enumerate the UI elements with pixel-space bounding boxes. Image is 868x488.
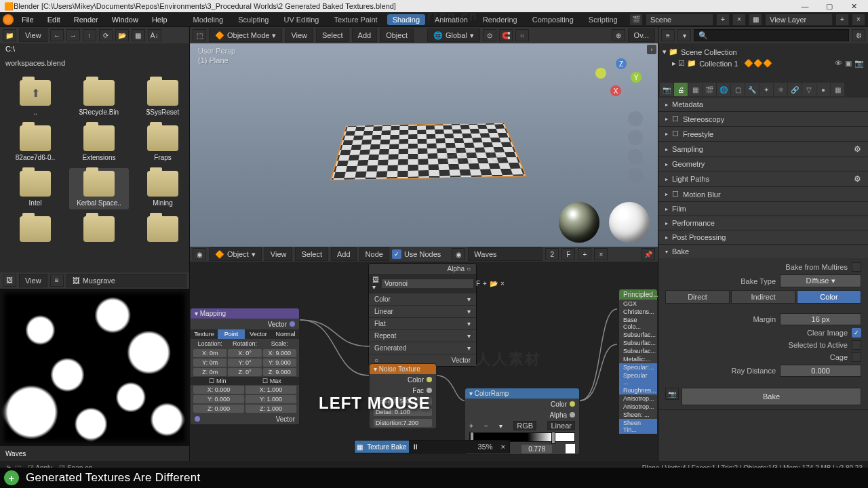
prop-tab-world[interactable]: 🌐 xyxy=(717,83,730,96)
image-texture-popup[interactable]: Alpha ○ 🖼▾ F + 📂 × Color▾ Linear▾ Flat▾ … xyxy=(368,263,477,367)
filebrowser-sort-icon[interactable]: A↓ xyxy=(148,29,161,41)
folder-up[interactable]: .. xyxy=(5,77,65,119)
viewport-select-menu[interactable]: Select xyxy=(316,28,349,42)
proportional-icon[interactable]: ○ xyxy=(515,29,529,41)
sec-bake[interactable]: ▾Bake xyxy=(658,245,868,258)
object-mode-select[interactable]: 🔶 Object Mode ▾ xyxy=(209,28,282,42)
viewport-3d[interactable]: User Persp (1) Plane Z Y X ‹ xyxy=(190,43,658,247)
colorramp-remove-icon[interactable]: − xyxy=(484,422,488,430)
menu-render[interactable]: Render xyxy=(68,14,104,25)
tab-texture-paint[interactable]: Texture Paint xyxy=(328,14,382,25)
outliner-filter-icon[interactable]: ⚙ xyxy=(852,29,865,41)
filebrowser-filename[interactable]: workspaces.blend xyxy=(0,57,189,72)
bake-sel-active-checkbox[interactable] xyxy=(852,340,861,350)
pivot-icon[interactable]: ⊙ xyxy=(483,29,496,41)
image-editor-view-menu[interactable]: View xyxy=(19,274,47,287)
node-editor-type-icon[interactable]: ◉ xyxy=(193,248,206,260)
gizmo-toggle-icon[interactable]: ⊕ xyxy=(612,29,625,41)
colorramp-color-swatch[interactable] xyxy=(566,444,575,453)
folder-sysreset[interactable]: $SysReset xyxy=(133,77,193,119)
material-fake-user-icon[interactable]: F xyxy=(561,248,575,260)
folder-kerbal[interactable]: Kerbal Space.. xyxy=(69,168,129,209)
prop-tab-texture[interactable]: ▦ xyxy=(831,83,844,96)
prop-tab-modifier[interactable]: 🔧 xyxy=(745,83,759,96)
filebrowser-up-icon[interactable]: ↑ xyxy=(83,29,96,41)
filebrowser-back-icon[interactable]: ← xyxy=(50,29,64,41)
material-preview-icon[interactable]: ◉ xyxy=(452,248,465,260)
bake-button[interactable]: Bake xyxy=(682,388,861,405)
filebrowser-display-icon[interactable]: ▦ xyxy=(132,29,145,41)
node-add-menu[interactable]: Add xyxy=(331,247,357,261)
sec-light-paths[interactable]: ▸Light Paths⚙ xyxy=(658,171,868,186)
viewport-editor-type-icon[interactable]: ⬚ xyxy=(193,29,206,41)
scene-icon[interactable]: 🎬 xyxy=(629,14,643,26)
material-unlink-icon[interactable]: × xyxy=(594,248,608,260)
pin-icon[interactable]: 📌 xyxy=(642,248,655,260)
node-node-menu[interactable]: Node xyxy=(359,247,389,261)
colorramp-node-header[interactable]: ▾ ColorRamp xyxy=(465,388,579,399)
layer-icon[interactable]: ▦ xyxy=(749,14,762,26)
node-mode-select[interactable]: 🔶 Object ▾ xyxy=(209,247,262,261)
mapping-node[interactable]: ▾ Mapping Vector TexturePointVectorNorma… xyxy=(190,308,300,425)
colorramp-add-icon[interactable]: + xyxy=(469,422,473,430)
close-button[interactable]: ✕ xyxy=(844,2,864,11)
selectable-icon[interactable]: ▣ xyxy=(845,59,852,68)
prop-tab-constraint[interactable]: 🔗 xyxy=(788,83,802,96)
viewport-view-menu[interactable]: View xyxy=(285,28,313,42)
folder-item-11[interactable] xyxy=(69,214,129,247)
axis-y[interactable]: Y xyxy=(631,72,642,83)
sec-performance[interactable]: ▸Performance xyxy=(658,216,868,230)
node-editor[interactable]: ▾ Mapping Vector TexturePointVectorNorma… xyxy=(190,262,658,461)
tex-open-icon[interactable]: 📂 xyxy=(490,280,498,287)
folder-item-12[interactable] xyxy=(133,214,193,247)
colorramp-pos[interactable]: 0.778 xyxy=(521,445,552,453)
bake-color-button[interactable]: Color xyxy=(797,290,861,304)
menu-edit[interactable]: Edit xyxy=(42,14,66,25)
prop-tab-particles[interactable]: ✦ xyxy=(760,83,773,96)
nav-move-icon[interactable] xyxy=(628,130,643,145)
collection-1-row[interactable]: ▸ ☑ 📁 Collection 1 🔶🔶🔶 👁 ▣ 📷 xyxy=(663,58,864,69)
sec-geometry[interactable]: ▸Geometry xyxy=(658,157,868,171)
prop-tab-object[interactable]: ▢ xyxy=(731,83,745,96)
nav-gizmo[interactable]: Z Y X xyxy=(601,61,642,102)
outliner-search[interactable] xyxy=(694,29,849,41)
folder-item-10[interactable] xyxy=(5,214,65,247)
tab-rendering[interactable]: Rendering xyxy=(477,14,523,25)
bake-margin-value[interactable]: 16 px xyxy=(780,313,861,325)
prop-tab-scene[interactable]: 🎬 xyxy=(703,83,716,96)
prop-tab-render[interactable]: 📷 xyxy=(660,83,673,96)
filebrowser-editor-type-icon[interactable]: 📁 xyxy=(3,29,16,41)
bake-cage-checkbox[interactable] xyxy=(852,352,861,362)
prop-tab-mesh[interactable]: ▽ xyxy=(802,83,816,96)
principled-bsdf-node[interactable]: Principled... GGX Christens... Base Colo… xyxy=(618,289,658,434)
viewport-options-chevron-icon[interactable]: ‹ xyxy=(647,45,656,54)
tex-browse-icon[interactable]: 🖼▾ xyxy=(372,276,379,291)
prop-tab-output[interactable]: 🖨 xyxy=(674,83,688,96)
image-editor-type-icon[interactable]: 🖼 xyxy=(3,274,16,287)
tab-modeling[interactable]: Modeling xyxy=(188,14,229,25)
colorramp-tools-icon[interactable]: ▾ xyxy=(499,422,502,430)
sec-stereoscopy[interactable]: ▸☐Stereoscopy xyxy=(658,112,868,126)
folder-guid[interactable]: 82ace7d6-0.. xyxy=(5,123,65,164)
outliner[interactable]: ▾ 📁 Scene Collection ▸ ☑ 📁 Collection 1 … xyxy=(658,43,868,81)
tab-scripting[interactable]: Scripting xyxy=(583,14,623,25)
bake-type-select[interactable]: Diffuse ▾ xyxy=(780,274,861,287)
material-new-icon[interactable]: + xyxy=(578,248,591,260)
orientation-select[interactable]: 🌐 Global ▾ xyxy=(427,28,480,42)
noise-node-header[interactable]: ▾ Noise Texture xyxy=(370,364,436,374)
properties-panel[interactable]: ▸Metadata ▸☐Stereoscopy ▸☐Freestyle ▸Sam… xyxy=(658,98,868,461)
tex-color-space[interactable]: Color▾ xyxy=(369,293,476,305)
tex-name-input[interactable] xyxy=(382,279,473,288)
principled-header[interactable]: Principled... xyxy=(619,289,657,300)
prog-cancel-icon[interactable]: × xyxy=(497,443,509,451)
material-name[interactable]: Waves xyxy=(468,247,542,261)
folder-fraps[interactable]: Fraps xyxy=(133,123,193,164)
layer-delete-button[interactable]: × xyxy=(852,14,865,26)
filebrowser-newdir-icon[interactable]: 📂 xyxy=(115,29,129,41)
axis-x[interactable]: X xyxy=(610,85,621,96)
sec-film[interactable]: ▸Film xyxy=(658,202,868,216)
filebrowser-view-menu[interactable]: View xyxy=(19,28,47,42)
prop-tab-layer[interactable]: ▦ xyxy=(688,83,702,96)
tab-shading[interactable]: Shading xyxy=(387,14,425,25)
filebrowser-refresh-icon[interactable]: ⟳ xyxy=(99,29,113,41)
